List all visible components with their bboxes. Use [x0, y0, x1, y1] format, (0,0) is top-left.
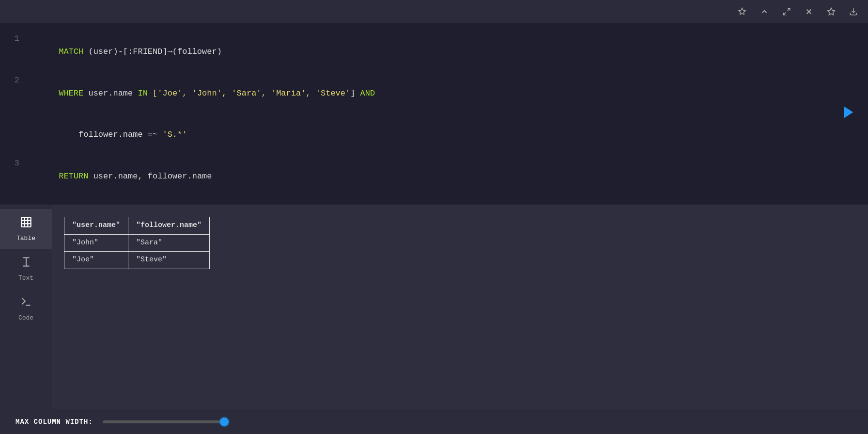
line-number-2: 2	[0, 74, 29, 87]
line-number-3: 3	[0, 157, 29, 170]
expand-button[interactable]	[780, 5, 793, 18]
sidebar-item-table[interactable]: Table	[0, 209, 52, 249]
column-width-slider[interactable]	[103, 420, 229, 423]
table-header-row: "user.name" "follower.name"	[64, 217, 210, 235]
code-content-2: WHERE user.name IN ['Joe', 'John', 'Sara…	[29, 74, 375, 113]
keyword-match: MATCH	[59, 47, 88, 56]
sidebar-label-text: Text	[18, 274, 33, 282]
result-area: "user.name" "follower.name" "John" "Sara…	[52, 205, 868, 409]
text-icon	[20, 256, 32, 272]
svg-marker-6	[844, 107, 853, 118]
code-content-3: RETURN user.name, follower.name	[29, 157, 212, 196]
sidebar-item-text[interactable]: Text	[0, 249, 52, 289]
sidebar-label-table: Table	[16, 235, 35, 242]
table-icon	[20, 216, 32, 232]
code-line-3: 3 RETURN user.name, follower.name	[0, 156, 868, 197]
code-match-body: (user)-[:FRIEND]→(follower)	[88, 47, 221, 56]
main-area: Table Text Code	[0, 205, 868, 409]
run-button[interactable]	[841, 105, 856, 124]
code-content-1: MATCH (user)-[:FRIEND]→(follower)	[29, 32, 222, 72]
close-button[interactable]	[802, 5, 816, 18]
table-row: "Joe" "Steve"	[64, 252, 210, 269]
table-cell-user-1: "Joe"	[64, 252, 128, 269]
star-button[interactable]	[824, 5, 838, 18]
download-button[interactable]	[847, 5, 860, 18]
code-content-2-cont: follower.name =~ 'S.*'	[29, 115, 187, 155]
svg-rect-7	[21, 218, 31, 227]
table-header-follower-name: "follower.name"	[128, 217, 210, 235]
sidebar-item-code[interactable]: Code	[0, 289, 52, 328]
pin-button[interactable]	[735, 5, 749, 18]
code-editor: 1 MATCH (user)-[:FRIEND]→(follower) 2 WH…	[0, 23, 868, 205]
top-toolbar	[0, 0, 868, 23]
keyword-where: WHERE	[59, 89, 88, 98]
bottom-bar: MAX COLUMN WIDTH:	[0, 409, 868, 434]
sidebar-label-code: Code	[18, 314, 33, 321]
table-cell-follower-0: "Sara"	[128, 234, 210, 252]
svg-line-1	[783, 12, 786, 15]
table-cell-follower-1: "Steve"	[128, 252, 210, 269]
svg-marker-4	[828, 8, 835, 15]
max-column-width-label: MAX COLUMN WIDTH:	[16, 418, 93, 426]
code-icon	[20, 295, 32, 311]
svg-line-0	[788, 8, 790, 11]
table-row: "John" "Sara"	[64, 234, 210, 252]
code-line-2-cont: follower.name =~ 'S.*'	[0, 114, 868, 156]
code-line-1: 1 MATCH (user)-[:FRIEND]→(follower)	[0, 31, 868, 73]
chevron-up-button[interactable]	[758, 5, 771, 18]
ascii-table-container: "user.name" "follower.name" "John" "Sara…	[64, 217, 856, 269]
table-cell-user-0: "John"	[64, 234, 128, 252]
result-table: "user.name" "follower.name" "John" "Sara…	[64, 217, 210, 269]
line-number-1: 1	[0, 32, 29, 45]
code-line-2: 2 WHERE user.name IN ['Joe', 'John', 'Sa…	[0, 73, 868, 114]
table-header-user-name: "user.name"	[64, 217, 128, 235]
sidebar: Table Text Code	[0, 205, 52, 409]
